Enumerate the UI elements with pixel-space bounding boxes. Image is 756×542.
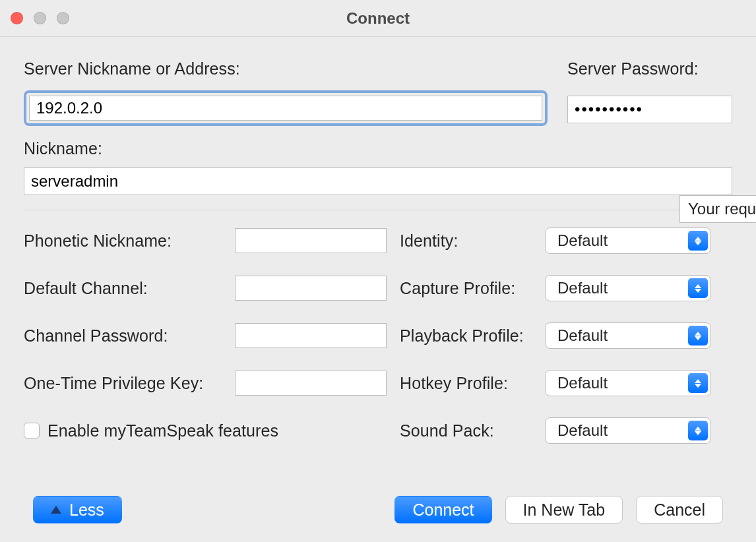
advanced-grid: Phonetic Nickname: Identity: Default Def…	[24, 227, 732, 444]
svg-marker-6	[695, 379, 701, 383]
cancel-button[interactable]: Cancel	[636, 496, 723, 524]
svg-marker-1	[695, 241, 701, 245]
server-password-label: Server Password:	[567, 59, 732, 78]
svg-marker-5	[695, 336, 701, 340]
identity-value: Default	[557, 231, 608, 250]
enable-myts-row[interactable]: Enable myTeamSpeak features	[24, 421, 387, 440]
nickname-label: Nickname:	[24, 139, 732, 158]
chevron-updown-icon	[688, 231, 708, 251]
titlebar: Connect	[0, 0, 756, 37]
default-channel-input[interactable]	[235, 276, 387, 301]
separator	[24, 210, 732, 210]
identity-label: Identity:	[400, 231, 532, 251]
playback-select[interactable]: Default	[545, 322, 711, 349]
playback-value: Default	[557, 326, 608, 345]
phonetic-label: Phonetic Nickname:	[24, 231, 222, 251]
new-tab-button[interactable]: In New Tab	[505, 496, 623, 524]
less-button-label: Less	[69, 500, 104, 520]
channel-password-label: Channel Password:	[24, 326, 222, 346]
capture-select[interactable]: Default	[545, 275, 711, 301]
svg-marker-8	[695, 427, 701, 431]
svg-marker-7	[695, 384, 701, 388]
enable-myts-label: Enable myTeamSpeak features	[47, 421, 278, 440]
less-button[interactable]: Less	[33, 496, 122, 524]
new-tab-button-label: In New Tab	[523, 500, 606, 520]
dialog-content: Server Nickname or Address: Server Passw…	[0, 37, 756, 444]
playback-label: Playback Profile:	[400, 326, 532, 346]
identity-select[interactable]: Default	[545, 227, 711, 254]
minimize-icon[interactable]	[34, 12, 46, 24]
svg-marker-2	[695, 284, 701, 288]
hotkey-label: Hotkey Profile:	[400, 374, 532, 393]
connect-button[interactable]: Connect	[394, 496, 491, 524]
privilege-key-input[interactable]	[235, 371, 387, 396]
connect-button-label: Connect	[412, 500, 474, 520]
svg-marker-9	[695, 431, 701, 435]
cancel-button-label: Cancel	[654, 500, 705, 520]
truncated-tooltip: Your reque	[679, 195, 756, 223]
default-channel-label: Default Channel:	[24, 279, 222, 298]
close-icon[interactable]	[11, 12, 23, 24]
server-address-focus-ring	[24, 90, 548, 126]
hotkey-value: Default	[557, 374, 608, 392]
chevron-updown-icon	[688, 278, 708, 298]
chevron-updown-icon	[688, 373, 708, 393]
traffic-lights	[11, 12, 69, 24]
svg-marker-4	[695, 332, 701, 336]
soundpack-value: Default	[557, 421, 608, 440]
privilege-key-label: One-Time Privilege Key:	[24, 374, 222, 393]
triangle-up-icon	[51, 506, 61, 514]
enable-myts-checkbox[interactable]	[24, 423, 40, 438]
capture-value: Default	[557, 279, 608, 297]
capture-label: Capture Profile:	[400, 279, 532, 298]
chevron-updown-icon	[688, 326, 708, 346]
nickname-input[interactable]	[24, 167, 732, 195]
soundpack-select[interactable]: Default	[545, 417, 711, 444]
maximize-icon[interactable]	[57, 12, 69, 24]
server-address-label: Server Nickname or Address:	[24, 59, 548, 78]
soundpack-label: Sound Pack:	[400, 421, 532, 440]
window-title: Connect	[0, 9, 756, 28]
phonetic-input[interactable]	[235, 228, 387, 253]
svg-marker-0	[695, 237, 701, 241]
footer: Less Connect In New Tab Cancel	[0, 496, 756, 524]
server-password-input[interactable]	[567, 96, 732, 123]
chevron-updown-icon	[688, 421, 708, 440]
channel-password-input[interactable]	[235, 323, 387, 348]
server-address-input[interactable]	[29, 96, 542, 121]
hotkey-select[interactable]: Default	[545, 370, 711, 396]
svg-marker-10	[51, 506, 61, 514]
svg-marker-3	[695, 289, 701, 293]
